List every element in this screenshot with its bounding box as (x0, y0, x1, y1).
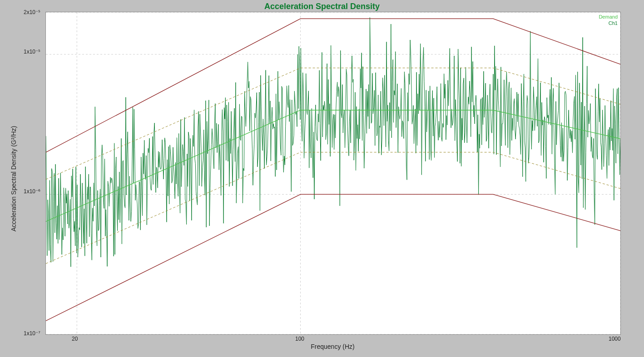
ytick-1e-7: 1x10⁻⁷ (24, 330, 40, 337)
legend-demand: Demand (599, 14, 618, 20)
legend-ch1: Ch1 (609, 20, 618, 26)
xtick-1000: 1000 (609, 336, 621, 342)
abort-upper (46, 19, 620, 152)
plot-svg (46, 12, 620, 334)
chart-title: Acceleration Spectral Density (0, 2, 644, 11)
chart-frame: Acceleration Spectral Density Accelerati… (0, 0, 644, 357)
series-ch1 (46, 18, 620, 267)
abort-lower (46, 194, 620, 321)
ytick-1e-6: 1x10⁻⁶ (24, 188, 40, 195)
ytick-2e-5: 2x10⁻⁵ (24, 9, 40, 15)
xtick-100: 100 (295, 336, 304, 342)
x-axis-label: Frequency (Hz) (45, 343, 620, 350)
xtick-20: 20 (72, 336, 78, 342)
ytick-1e-5: 1x10⁻⁵ (24, 49, 40, 55)
y-axis-label: Acceleration Spectral Density (G²/Hz) (9, 0, 18, 357)
plot-area: Demand Ch1 (45, 12, 621, 335)
